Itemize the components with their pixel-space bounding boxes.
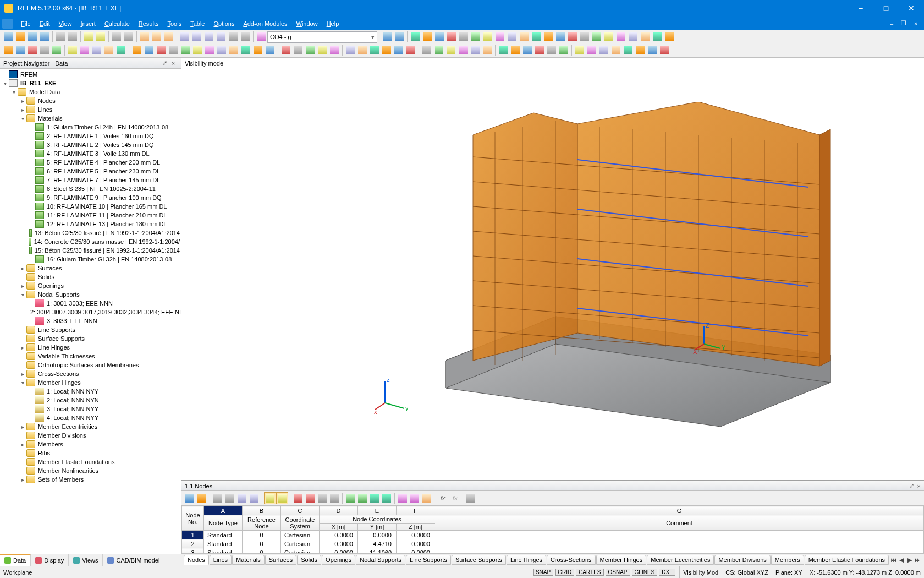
menu-table[interactable]: Table	[186, 19, 209, 29]
tb-paste[interactable]	[123, 31, 135, 43]
table-row[interactable]: 3 Standard 0 Cartesian 0.0000 11.1060 0.…	[182, 548, 924, 554]
tb-icon[interactable]	[591, 31, 603, 43]
tb-saveas[interactable]	[38, 31, 51, 43]
tree-material-item[interactable]: 15: Béton C25/30 fissuré | EN 1992-1-1:2…	[28, 246, 181, 255]
menu-calculate[interactable]: Calculate	[100, 19, 134, 29]
tb2-icon[interactable]	[38, 44, 51, 56]
tree-line-supports[interactable]: Line Supports	[19, 325, 181, 334]
bottom-tab[interactable]: Surfaces	[265, 555, 296, 565]
col-C[interactable]: C	[281, 506, 320, 515]
tree-nodes[interactable]: ▸Nodes	[19, 96, 181, 105]
tb2-icon[interactable]	[469, 44, 481, 56]
tree-sets-of-members[interactable]: ▸Sets of Members	[19, 475, 181, 484]
tb-icon[interactable]	[639, 31, 651, 43]
tb2-icon[interactable]	[381, 44, 393, 56]
pin-icon[interactable]: ⤢	[160, 59, 169, 67]
hdr-node-type[interactable]: Node Type	[204, 515, 243, 531]
hdr-comment[interactable]: Comment	[435, 515, 924, 531]
nav-tab-data[interactable]: Data	[0, 554, 31, 566]
panel-close-icon[interactable]: ×	[917, 483, 921, 489]
tb-print-preview[interactable]	[67, 31, 79, 43]
tb-icon[interactable]	[603, 31, 615, 43]
tree-material-item[interactable]: 11: RF-LAMINATE 11 | Plancher 210 mm DL	[28, 211, 181, 220]
tb2-icon[interactable]	[67, 44, 79, 56]
bottom-tab[interactable]: Lines	[210, 555, 232, 565]
ptb-icon[interactable]	[316, 492, 328, 504]
ptb-fx2-icon[interactable]: fx	[449, 492, 461, 504]
3d-viewport[interactable]: Visibility mode	[182, 58, 924, 481]
tree-material-item[interactable]: 12: RF-LAMINATE 13 | Plancher 180 mm DL	[28, 220, 181, 228]
tabs-next-icon[interactable]: ▶	[906, 557, 914, 564]
tb2-icon[interactable]	[167, 44, 179, 56]
ptb-icon[interactable]	[465, 492, 477, 504]
tb2-icon[interactable]	[534, 44, 546, 56]
col-A[interactable]: A	[204, 506, 243, 515]
bottom-tab[interactable]: Nodal Supports	[356, 555, 405, 565]
tb2-icon[interactable]	[240, 44, 252, 56]
tabs-first-icon[interactable]: ⏮	[889, 557, 898, 563]
ptb-icon[interactable]	[184, 492, 196, 504]
col-E[interactable]: E	[358, 506, 397, 515]
tb-next-lc[interactable]	[393, 31, 405, 43]
tb2-icon[interactable]	[304, 44, 316, 56]
ptb-icon[interactable]	[344, 492, 356, 504]
tb2-icon[interactable]	[405, 44, 417, 56]
status-toggle[interactable]: GRID	[555, 569, 574, 576]
ptb-icon[interactable]	[224, 492, 236, 504]
tb2-icon[interactable]	[457, 44, 469, 56]
tb2-icon[interactable]	[558, 44, 570, 56]
tb-gridD[interactable]	[215, 31, 227, 43]
app-menu-icon[interactable]	[2, 19, 13, 29]
ptb-icon[interactable]	[356, 492, 369, 504]
ptb-icon[interactable]	[369, 492, 381, 504]
tb-icon[interactable]	[542, 31, 554, 43]
tb-new[interactable]	[2, 31, 14, 43]
tree-openings[interactable]: ▸Openings	[19, 281, 181, 290]
status-toggle[interactable]: CARTES	[576, 569, 603, 576]
tb-editB[interactable]	[163, 31, 175, 43]
col-F[interactable]: F	[397, 506, 435, 515]
tb-icon[interactable]	[421, 31, 433, 43]
tb2-icon[interactable]	[610, 44, 622, 56]
mdi-close[interactable]: ×	[910, 20, 922, 27]
ptb-icon[interactable]	[292, 492, 304, 504]
tb2-icon[interactable]	[634, 44, 646, 56]
tb2-icon[interactable]	[143, 44, 155, 56]
tb2-icon[interactable]	[131, 44, 143, 56]
tb2-icon[interactable]	[155, 44, 167, 56]
tb2-icon[interactable]	[91, 44, 103, 56]
tree-solids[interactable]: Solids	[19, 272, 181, 281]
bottom-tab[interactable]: Line Supports	[406, 555, 451, 565]
menu-insert[interactable]: Insert	[76, 19, 100, 29]
tree-member-eccentricities[interactable]: ▸Member Eccentricities	[19, 422, 181, 431]
tree-material-item[interactable]: 3: RF-LAMINATE 2 | Voiles 145 mm DQ	[28, 140, 181, 149]
bottom-tab[interactable]: Materials	[232, 555, 265, 565]
bottom-tab[interactable]: Solids	[297, 555, 321, 565]
tb-icon[interactable]	[458, 31, 470, 43]
bottom-tab[interactable]: Member Eccentricities	[647, 555, 714, 565]
tb2-icon[interactable]	[622, 44, 634, 56]
tb-gridB[interactable]	[191, 31, 203, 43]
tb2-icon[interactable]	[445, 44, 457, 56]
bottom-tab[interactable]: Openings	[322, 555, 355, 565]
tree-nodal-support-item[interactable]: 1: 3001-3003; EEE NNN	[28, 299, 181, 308]
tb2-icon[interactable]	[103, 44, 115, 56]
tb2-icon[interactable]	[252, 44, 264, 56]
tree-member-nonlinearities[interactable]: Member Nonlinearities	[19, 466, 181, 475]
tb2-icon[interactable]	[216, 44, 228, 56]
menu-addon-modules[interactable]: Add-on Modules	[239, 19, 292, 29]
tb-icon[interactable]	[494, 31, 506, 43]
mdi-minimize[interactable]: –	[886, 20, 898, 27]
ptb-icon[interactable]	[304, 492, 316, 504]
tb-gridC[interactable]	[203, 31, 215, 43]
tree-material-item[interactable]: 1: Glulam Timber GL24h | EN 14080:2013-0…	[28, 123, 181, 132]
tb-icon[interactable]	[433, 31, 446, 43]
tb-icon[interactable]	[506, 31, 518, 43]
tb2-icon[interactable]	[204, 44, 216, 56]
tb-print[interactable]	[54, 31, 67, 43]
close-panel-icon[interactable]: ×	[169, 60, 178, 67]
ptb-icon[interactable]	[264, 492, 276, 504]
ptb-icon[interactable]	[212, 492, 224, 504]
tree-material-item[interactable]: 16: Glulam Timber GL32h | EN 14080:2013-…	[28, 255, 181, 264]
tree-app-root[interactable]: RFEM	[1, 70, 181, 79]
